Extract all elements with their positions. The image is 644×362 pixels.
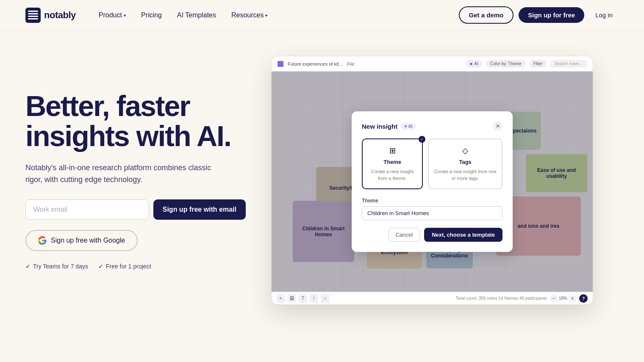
tool-shape-icon[interactable]: ○: [321, 294, 329, 303]
theme-option-desc: Create a new insight from a theme.: [368, 169, 417, 182]
svg-rect-1: [28, 11, 38, 12]
toolbar-left: Future experiences of kit... File: [278, 61, 354, 67]
ai-pill[interactable]: AI: [466, 60, 482, 67]
tool-select-icon[interactable]: ↖: [277, 294, 285, 303]
nav-actions: Get a demo Sign up for free Log in: [459, 6, 619, 24]
tool-line-icon[interactable]: /: [310, 294, 318, 303]
badge-project: ✓ Free for 1 project: [98, 263, 151, 270]
bottom-bar-right: Total count: 306 notes 14 themes 40 part…: [456, 294, 588, 303]
color-by-pill[interactable]: Color by: Theme: [486, 60, 525, 67]
check-icon-1: ✓: [25, 263, 31, 270]
zoom-out-button[interactable]: −: [550, 295, 557, 302]
nav-signup-button[interactable]: Sign up for free: [519, 7, 584, 23]
app-toolbar: Future experiences of kit... File AI Col…: [272, 56, 593, 72]
app-screenshot: Future experiences of kit... File AI Col…: [271, 56, 593, 305]
toolbar-title: Future experiences of kit...: [288, 61, 343, 66]
app-favicon: [278, 61, 283, 67]
nav-product[interactable]: Product ▾: [93, 8, 132, 22]
nav-resources[interactable]: Resources ▾: [225, 8, 273, 22]
hero-headline: Better, faster insights with AI.: [25, 91, 246, 152]
hero-right: Future experiences of kit... File AI Col…: [271, 56, 619, 305]
bottom-bar-tools: ↖ 🖼 T / ○: [277, 294, 329, 303]
modal-overlay: New insight ✦ AI ✕ ✓ ⊞: [272, 72, 593, 292]
theme-option-title: Theme: [383, 159, 401, 165]
filter-pill[interactable]: Filter: [530, 60, 547, 67]
zoom-in-button[interactable]: +: [569, 295, 576, 302]
svg-rect-4: [28, 18, 38, 19]
total-count: Total count: 306 notes 14 themes 40 part…: [456, 296, 547, 301]
option-theme-wrap: ✓ ⊞ Theme Create a new insight from a th…: [362, 138, 423, 189]
help-button[interactable]: ?: [579, 294, 588, 303]
tags-option-icon: ◇: [462, 146, 468, 155]
option-theme[interactable]: ✓ ⊞ Theme Create a new insight from a th…: [362, 138, 423, 189]
svg-rect-2: [28, 13, 38, 14]
toolbar-search[interactable]: Search notes...: [551, 60, 587, 67]
hero-badges: ✓ Try Teams for 7 days ✓ Free for 1 proj…: [25, 263, 246, 270]
chevron-down-icon: ▾: [124, 13, 126, 18]
google-icon: [38, 236, 47, 245]
theme-label: Theme: [362, 198, 502, 204]
ai-dot-icon: [470, 63, 472, 65]
cancel-button[interactable]: Cancel: [389, 228, 420, 242]
navbar: notably Product ▾ Pricing AI Templates R…: [0, 0, 644, 30]
modal-close-button[interactable]: ✕: [493, 122, 502, 131]
tags-option-desc: Create a new insight from one or more ta…: [434, 169, 497, 182]
logo-text: notably: [44, 10, 76, 21]
check-icon-2: ✓: [98, 263, 103, 270]
new-insight-modal: New insight ✦ AI ✕ ✓ ⊞: [352, 111, 513, 252]
hero-left: Better, faster insights with AI. Notably…: [25, 91, 246, 270]
logo-icon: [25, 8, 41, 23]
svg-rect-0: [25, 8, 41, 23]
theme-select[interactable]: Children in Smart Homes: [362, 206, 502, 220]
email-signup-button[interactable]: Sign up free with email: [153, 199, 246, 220]
tags-option-title: Tags: [459, 159, 471, 165]
selected-check-icon: ✓: [419, 136, 425, 143]
modal-header: New insight ✦ AI ✕: [362, 122, 502, 131]
chevron-down-icon: ▾: [265, 13, 267, 18]
hero-form: Sign up free with email: [25, 199, 246, 220]
svg-rect-3: [28, 16, 38, 17]
modal-actions: Cancel Next, choose a template: [362, 228, 502, 242]
toolbar-file[interactable]: File: [347, 61, 355, 66]
zoom-level: 18%: [559, 296, 567, 301]
get-demo-button[interactable]: Get a demo: [459, 6, 514, 24]
modal-options: ✓ ⊞ Theme Create a new insight from a th…: [362, 138, 502, 189]
email-input[interactable]: [25, 199, 149, 220]
login-button[interactable]: Log in: [589, 7, 619, 23]
option-tags-wrap: ◇ Tags Create a new insight from one or …: [428, 138, 502, 189]
theme-option-icon: ⊞: [389, 146, 396, 155]
logo-link[interactable]: notably: [25, 8, 76, 23]
zoom-controls: − 18% +: [550, 295, 576, 302]
modal-ai-badge: ✦ AI: [401, 123, 415, 130]
google-signup-button[interactable]: Sign up free with Google: [25, 230, 138, 251]
nav-pricing[interactable]: Pricing: [135, 8, 168, 22]
hero-subtext: Notably's all-in-one research platform c…: [25, 162, 220, 186]
tool-text-icon[interactable]: T: [299, 294, 307, 303]
hero-section: Better, faster insights with AI. Notably…: [0, 30, 644, 322]
app-canvas: Kitchen ImportanceInclusivityParticipant…: [272, 72, 593, 292]
app-bottom-bar: ↖ 🖼 T / ○ Total count: 306 notes 14 them…: [272, 292, 593, 304]
modal-title: New insight ✦ AI: [362, 123, 416, 130]
nav-links: Product ▾ Pricing AI Templates Resources…: [93, 8, 459, 22]
nav-ai-templates[interactable]: AI Templates: [171, 8, 222, 22]
toolbar-right: AI Color by: Theme Filter Search notes..…: [466, 60, 587, 67]
next-template-button[interactable]: Next, choose a template: [424, 228, 502, 242]
tool-image-icon[interactable]: 🖼: [288, 294, 296, 303]
badge-teams: ✓ Try Teams for 7 days: [25, 263, 88, 270]
option-tags[interactable]: ◇ Tags Create a new insight from one or …: [428, 138, 502, 189]
